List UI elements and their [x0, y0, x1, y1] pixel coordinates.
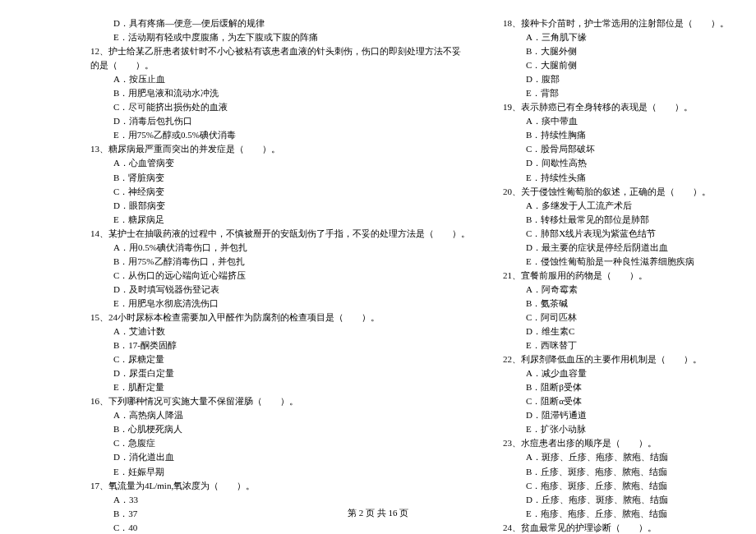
q17-option-a: A．33 [90, 493, 470, 507]
q12-option-c: C．尽可能挤出损伤处的血液 [90, 100, 470, 114]
q18-option-b: B．大腿外侧 [503, 44, 729, 58]
q13-option-a: A．心血管病变 [90, 156, 470, 170]
q21-option-b: B．氨茶碱 [503, 297, 729, 311]
q14-option-a: A．用0.5%碘伏消毒伤口，并包扎 [90, 241, 470, 255]
q24-text: 24、贫血最常见的护理诊断（ ）。 [503, 521, 729, 534]
q23-text: 23、水痘患者出疹的顺序是（ ）。 [503, 436, 729, 450]
q21-option-c: C．阿司匹林 [503, 311, 729, 325]
q13-text: 13、糖尿病最严重而突出的并发症是（ ）。 [90, 142, 470, 156]
q18-text: 18、接种卡介苗时，护士常选用的注射部位是（ ）。 [503, 16, 729, 30]
q23-option-d: D．丘疹、疱疹、斑疹、脓疱、结痂 [503, 493, 729, 507]
q14-option-d: D．及时填写锐器伤登记表 [90, 283, 470, 297]
q22-text: 22、利尿剂降低血压的主要作用机制是（ ）。 [503, 352, 729, 366]
q15-text: 15、24小时尿标本检查需要加入甲醛作为防腐剂的检查项目是（ ）。 [90, 311, 470, 325]
q19-option-d: D．间歇性高热 [503, 156, 729, 170]
q19-text: 19、表示肺癌已有全身转移的表现是（ ）。 [503, 100, 729, 114]
q19-option-a: A．痰中带血 [503, 114, 729, 128]
q18-option-e: E．背部 [503, 86, 729, 100]
q20-text: 20、关于侵蚀性葡萄胎的叙述，正确的是（ ）。 [503, 185, 729, 199]
q17-option-c: C．40 [90, 521, 470, 534]
q12-option-b: B．用肥皂液和流动水冲洗 [90, 86, 470, 100]
q11-option-e: E．活动期有轻或中度腹痛，为左下腹或下腹的阵痛 [90, 30, 470, 44]
q13-option-e: E．糖尿病足 [90, 213, 470, 227]
q18-option-c: C．大腿前侧 [503, 58, 729, 72]
q16-option-a: A．高热病人降温 [90, 408, 470, 422]
q22-option-c: C．阻断α受体 [503, 394, 729, 408]
q20-option-b: B．转移灶最常见的部位是肺部 [503, 213, 729, 227]
q19-option-b: B．持续性胸痛 [503, 128, 729, 142]
q12-option-d: D．消毒后包扎伤口 [90, 114, 470, 128]
q16-option-d: D．消化道出血 [90, 450, 470, 464]
q13-option-b: B．肾脏病变 [90, 171, 470, 185]
q21-option-a: A．阿奇霉素 [503, 283, 729, 297]
q12-text-a: 12、护士给某乙肝患者拔针时不小心被粘有该患者血液的针头刺伤，伤口的即刻处理方法… [90, 44, 470, 58]
q19-option-e: E．持续性头痛 [503, 171, 729, 185]
q15-option-e: E．肌酐定量 [90, 380, 470, 394]
q15-option-b: B．17-酮类固醇 [90, 338, 470, 352]
q17-text: 17、氧流量为4L/min,氧浓度为（ ）。 [90, 479, 470, 493]
q23-option-b: B．丘疹、斑疹、疱疹、脓疱、结痂 [503, 465, 729, 479]
q15-option-a: A．艾迪计数 [90, 325, 470, 338]
q16-option-b: B．心肌梗死病人 [90, 422, 470, 436]
right-column: 18、接种卡介苗时，护士常选用的注射部位是（ ）。 A．三角肌下缘 B．大腿外侧… [495, 16, 729, 534]
q16-option-e: E．妊娠早期 [90, 465, 470, 479]
q21-option-d: D．维生素C [503, 325, 729, 338]
q12-option-e: E．用75%乙醇或0.5%碘伏消毒 [90, 128, 470, 142]
q20-option-e: E．侵蚀性葡萄胎是一种良性滋养细胞疾病 [503, 255, 729, 269]
q21-option-e: E．西咪替丁 [503, 338, 729, 352]
q14-option-e: E．用肥皂水彻底清洗伤口 [90, 297, 470, 311]
q14-option-b: B．用75%乙醇消毒伤口，并包扎 [90, 255, 470, 269]
q19-option-c: C．股骨局部破坏 [503, 142, 729, 156]
q23-option-c: C．疱疹、斑疹、丘疹、脓疱、结痂 [503, 479, 729, 493]
q15-option-c: C．尿糖定量 [90, 352, 470, 366]
q21-text: 21、宜餐前服用的药物是（ ）。 [503, 269, 729, 283]
q22-option-a: A．减少血容量 [503, 366, 729, 380]
page-footer: 第 2 页 共 16 页 [0, 507, 756, 519]
q12-text-b: 的是（ ）。 [90, 58, 470, 72]
q11-option-d: D．具有疼痛—便意—便后缓解的规律 [90, 16, 470, 30]
q15-option-d: D．尿蛋白定量 [90, 366, 470, 380]
q16-option-c: C．急腹症 [90, 436, 470, 450]
q18-option-d: D．腹部 [503, 72, 729, 86]
q13-option-c: C．神经病变 [90, 185, 470, 199]
q20-option-d: D．最主要的症状是停经后阴道出血 [503, 241, 729, 255]
q14-text: 14、某护士在抽吸药液的过程中，不慎被掰开的安瓿划伤了手指，不妥的处理方法是（ … [90, 227, 470, 241]
q14-option-c: C．从伤口的远心端向近心端挤压 [90, 269, 470, 283]
q22-option-d: D．阻滞钙通道 [503, 408, 729, 422]
q18-option-a: A．三角肌下缘 [503, 30, 729, 44]
left-column: D．具有疼痛—便意—便后缓解的规律 E．活动期有轻或中度腹痛，为左下腹或下腹的阵… [90, 16, 495, 534]
q22-option-e: E．扩张小动脉 [503, 422, 729, 436]
q13-option-d: D．眼部病变 [90, 199, 470, 213]
q16-text: 16、下列哪种情况可实施大量不保留灌肠（ ）。 [90, 394, 470, 408]
q23-option-a: A．斑疹、丘疹、疱疹、脓疱、结痂 [503, 450, 729, 464]
q20-option-c: C．肺部X线片表现为紫蓝色结节 [503, 227, 729, 241]
q22-option-b: B．阻断β受体 [503, 380, 729, 394]
q20-option-a: A．多继发于人工流产术后 [503, 199, 729, 213]
q12-option-a: A．按压止血 [90, 72, 470, 86]
